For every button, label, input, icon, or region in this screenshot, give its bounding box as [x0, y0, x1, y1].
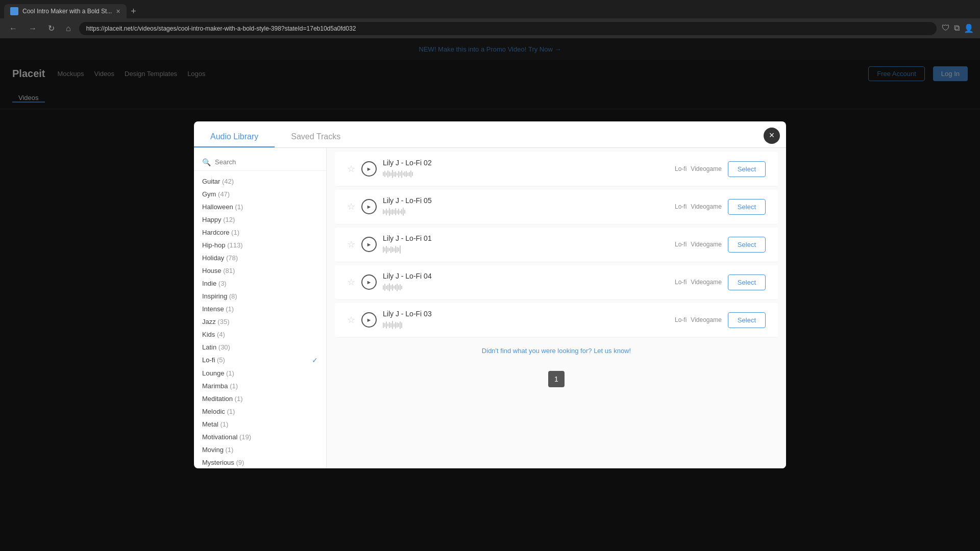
waveform-bar	[397, 322, 398, 328]
track-info: Lily J - Lo-Fi 04	[383, 272, 669, 292]
waveform-bar	[392, 170, 393, 178]
tab-close-icon[interactable]: ×	[116, 7, 120, 15]
sidebar-item-lounge[interactable]: Lounge (1)	[194, 367, 326, 380]
waveform-bar	[384, 247, 385, 252]
sidebar-item-jazz[interactable]: Jazz (35)	[194, 315, 326, 328]
waveform-bar	[384, 210, 385, 214]
waveform-bar	[387, 210, 388, 213]
tab-audio-library[interactable]: Audio Library	[194, 132, 275, 147]
waveform-bar	[387, 323, 388, 327]
track-play-button[interactable]: ►	[361, 237, 377, 252]
track-name: Lily J - Lo-Fi 05	[383, 196, 669, 205]
sidebar-item-gym[interactable]: Gym (47)	[194, 188, 326, 201]
track-tag-lofi: Lo-fi	[675, 279, 687, 286]
sidebar-item-hardcore[interactable]: Hardcore (1)	[194, 226, 326, 239]
sidebar-item-melodic[interactable]: Melodic (1)	[194, 405, 326, 418]
sidebar-item-mysterious[interactable]: Mysterious (9)	[194, 456, 326, 468]
waveform-bar	[401, 209, 402, 214]
browser-tab[interactable]: Cool Intro Maker with a Bold St... ×	[4, 4, 127, 18]
sidebar-item-indie[interactable]: Indie (3)	[194, 277, 326, 290]
waveform-bar	[386, 209, 387, 215]
waveform-bar	[403, 208, 404, 216]
tab-favicon	[10, 7, 18, 15]
modal-close-button[interactable]: ×	[764, 128, 780, 144]
track-select-button[interactable]: Select	[728, 274, 766, 290]
sidebar-item-kids[interactable]: Kids (4)	[194, 328, 326, 341]
track-select-button[interactable]: Select	[728, 161, 766, 177]
waveform-bar	[390, 285, 391, 289]
waveform-bar	[403, 172, 404, 176]
modal-tabs: Audio Library Saved Tracks	[194, 121, 786, 148]
sidebar-item-happy[interactable]: Happy (12)	[194, 213, 326, 226]
waveform-bar	[398, 247, 399, 252]
waveform-bar	[397, 284, 398, 291]
tab-saved-tracks[interactable]: Saved Tracks	[275, 132, 357, 147]
track-tags: Lo-fi Videogame	[675, 241, 722, 248]
track-tags: Lo-fi Videogame	[675, 165, 722, 172]
waveform-bar	[407, 172, 408, 176]
waveform-bar	[398, 209, 399, 215]
sidebar-item-meditation[interactable]: Meditation (1)	[194, 392, 326, 405]
page-number-1[interactable]: 1	[548, 371, 565, 387]
sidebar-item-latin[interactable]: Latin (30)	[194, 341, 326, 354]
waveform-bar	[390, 210, 391, 214]
track-list: ☆ ► Lily J - Lo-Fi 02	[327, 148, 786, 468]
track-waveform	[383, 320, 475, 330]
waveform-bar	[409, 172, 410, 177]
waveform-bar	[397, 210, 398, 214]
waveform-bar	[395, 246, 396, 253]
sidebar-item-marimba[interactable]: Marimba (1)	[194, 380, 326, 392]
let-us-know-link[interactable]: Let us know!	[594, 347, 631, 355]
track-select-button[interactable]: Select	[728, 199, 766, 215]
track-item: ☆ ► Lily J - Lo-Fi 02	[335, 152, 778, 187]
sidebar-item-metal[interactable]: Metal (1)	[194, 418, 326, 431]
sidebar-item-lofi[interactable]: Lo-fi (5) ✓	[194, 354, 326, 367]
waveform-bar	[390, 323, 391, 328]
url-input[interactable]	[79, 22, 937, 35]
track-item: ☆ ► Lily J - Lo-Fi 05	[335, 190, 778, 224]
waveform-bar	[398, 171, 399, 178]
track-select-button[interactable]: Select	[728, 237, 766, 253]
track-play-button[interactable]: ►	[361, 274, 377, 290]
search-input[interactable]	[215, 158, 318, 166]
sidebar-item-motivational[interactable]: Motivational (19)	[194, 431, 326, 443]
waveform-bar	[400, 211, 401, 213]
sidebar-item-guitar[interactable]: Guitar (42)	[194, 175, 326, 188]
search-icon: 🔍	[202, 158, 211, 166]
waveform-bar	[387, 247, 388, 252]
waveform-bar	[386, 286, 387, 289]
sidebar-item-house[interactable]: House (81)	[194, 264, 326, 277]
track-favorite-star[interactable]: ☆	[347, 314, 355, 325]
track-select-button[interactable]: Select	[728, 312, 766, 328]
refresh-button[interactable]: ↻	[45, 22, 58, 34]
back-button[interactable]: ←	[6, 23, 20, 34]
track-play-button[interactable]: ►	[361, 199, 377, 214]
waveform-bar	[412, 172, 413, 176]
waveform-bar	[401, 322, 402, 328]
home-button[interactable]: ⌂	[63, 23, 74, 34]
new-tab-button[interactable]: +	[127, 4, 141, 18]
sidebar-item-intense[interactable]: Intense (1)	[194, 303, 326, 315]
track-item: ☆ ► Lily J - Lo-Fi 04	[335, 265, 778, 300]
sidebar-item-halloween[interactable]: Halloween (1)	[194, 201, 326, 213]
track-favorite-star[interactable]: ☆	[347, 277, 355, 288]
track-favorite-star[interactable]: ☆	[347, 239, 355, 250]
track-info: Lily J - Lo-Fi 02	[383, 159, 669, 179]
sidebar-item-hiphop[interactable]: Hip-hop (113)	[194, 239, 326, 252]
waveform-bar	[389, 322, 390, 328]
track-favorite-star[interactable]: ☆	[347, 163, 355, 174]
sidebar-item-moving[interactable]: Moving (1)	[194, 443, 326, 456]
sidebar-item-holiday[interactable]: Holiday (78)	[194, 252, 326, 264]
track-favorite-star[interactable]: ☆	[347, 201, 355, 212]
browser-icons: 🛡 ⧉ 👤	[942, 23, 974, 33]
waveform-bar	[395, 171, 396, 177]
waveform-bar	[397, 173, 398, 176]
sidebar-item-inspiring[interactable]: Inspiring (8)	[194, 290, 326, 303]
forward-button[interactable]: →	[26, 23, 40, 34]
waveform-bar	[395, 208, 396, 215]
track-play-button[interactable]: ►	[361, 312, 377, 328]
track-play-button[interactable]: ►	[361, 161, 377, 177]
audio-library-modal: × Audio Library Saved Tracks 🔍 Guitar	[194, 121, 786, 468]
waveform-bar	[389, 248, 390, 251]
waveform-bar	[392, 284, 393, 291]
